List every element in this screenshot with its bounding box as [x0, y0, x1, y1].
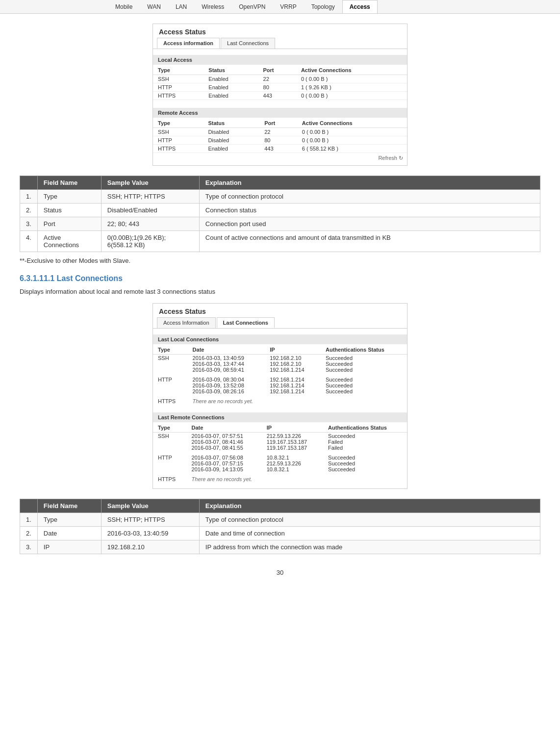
ll-status: SucceededSucceededSucceeded — [321, 376, 407, 395]
remote-access-label: Remote Access — [153, 108, 407, 118]
exp1-row-num: 3. — [20, 217, 38, 231]
lr-type: HTTPS — [153, 476, 187, 483]
main-content: Access Status Access information Last Co… — [0, 14, 560, 591]
exp1-row-num: 4. — [20, 231, 38, 252]
lr-date: 2016-03-07, 07:56:082016-03-07, 07:57:15… — [187, 454, 262, 473]
local-type: HTTPS — [153, 92, 204, 100]
exp2-row-num: 2. — [20, 527, 38, 540]
note-text: **-Exclusive to other Modes with Slave. — [20, 257, 540, 264]
tab-wireless[interactable]: Wireless — [194, 0, 231, 13]
tab-wan[interactable]: WAN — [140, 0, 168, 13]
ll-type: SSH — [153, 355, 188, 374]
exp1-header-field: Field Name — [37, 176, 101, 190]
refresh-bar: Refresh ↻ — [153, 153, 407, 163]
remote-port: 22 — [259, 128, 297, 136]
col-active-local: Active Connections — [296, 66, 407, 75]
exp1-sample: 22; 80; 443 — [101, 217, 199, 231]
exp2-header-explanation: Explanation — [199, 499, 540, 513]
exp1-header-sample: Sample Value — [101, 176, 199, 190]
remote-port: 443 — [259, 145, 297, 153]
remote-type: SSH — [153, 128, 203, 136]
exp1-field: ActiveConnections — [37, 231, 101, 252]
remote-active: 0 ( 0.00 B ) — [297, 128, 407, 136]
exp1-row-num: 1. — [20, 190, 38, 204]
tab-vrrp[interactable]: VRRP — [273, 0, 304, 13]
lc-auth-header: Authentications Status — [321, 345, 407, 355]
ll-type: HTTPS — [153, 398, 188, 405]
remote-access-row: HTTPS Enabled 443 6 ( 558.12 KB ) — [153, 145, 407, 153]
tab-openvpn[interactable]: OpenVPN — [231, 0, 273, 13]
exp2-row-num: 3. — [20, 540, 38, 554]
remote-type: HTTP — [153, 136, 203, 145]
local-access-row: SSH Enabled 22 0 ( 0.00 B ) — [153, 75, 407, 83]
tab-topology[interactable]: Topology — [304, 0, 342, 13]
lr-type: SSH — [153, 433, 187, 452]
local-active: 0 ( 0.00 B ) — [296, 92, 407, 100]
exp1-explanation: Connection port used — [199, 217, 540, 231]
exp1-sample: SSH; HTTP; HTTPS — [101, 190, 199, 204]
exp1-row: 3. Port 22; 80; 443 Connection port used — [20, 217, 540, 231]
tab-access[interactable]: Access — [342, 0, 378, 13]
exp2-sample: 2016-03-03, 13:40:59 — [101, 527, 199, 540]
exp1-field: Status — [37, 204, 101, 217]
exp1-sample: 0(0.00B);1(9.26 KB);6(558.12 KB) — [101, 231, 199, 252]
last-remote-row: SSH 2016-03-07, 07:57:512016-03-07, 08:4… — [153, 433, 407, 452]
bottom-table-wrap: Field Name Sample Value Explanation 1. T… — [20, 499, 540, 554]
col-status-remote: Status — [203, 119, 259, 128]
access-info-tab-2[interactable]: Access Information — [157, 317, 216, 328]
tab-mobile[interactable]: Mobile — [108, 0, 140, 13]
last-connections-tab-1[interactable]: Last Connections — [221, 38, 275, 49]
exp2-field: Date — [37, 527, 101, 540]
local-type: SSH — [153, 75, 204, 83]
last-remote-row: HTTP 2016-03-07, 07:56:082016-03-07, 07:… — [153, 454, 407, 473]
col-status-local: Status — [204, 66, 258, 75]
exp2-field: Type — [37, 513, 101, 527]
access-info-tab-1[interactable]: Access information — [157, 38, 220, 49]
exp2-header-sample: Sample Value — [101, 499, 199, 513]
col-active-remote: Active Connections — [297, 119, 407, 128]
col-type-remote: Type — [153, 119, 203, 128]
local-port: 443 — [258, 92, 296, 100]
last-connections-status-tabs: Access Information Last Connections — [153, 317, 407, 329]
exp1-header-explanation: Explanation — [199, 176, 540, 190]
remote-type: HTTPS — [153, 145, 203, 153]
exp1-row: 4. ActiveConnections 0(0.00B);1(9.26 KB)… — [20, 231, 540, 252]
last-connections-tab-2[interactable]: Last Connections — [217, 317, 275, 328]
last-remote-row: HTTPS There are no records yet. — [153, 476, 407, 483]
refresh-link[interactable]: Refresh ↻ — [378, 155, 403, 161]
exp1-row: 2. Status Disabled/Enabled Connection st… — [20, 204, 540, 217]
lr-ip-header: IP — [262, 423, 323, 433]
local-active: 1 ( 9.26 KB ) — [296, 83, 407, 92]
page-number: 30 — [20, 559, 540, 581]
exp2-explanation: Type of connection protocol — [199, 513, 540, 527]
exp1-row-num: 2. — [20, 204, 38, 217]
exp1-row: 1. Type SSH; HTTP; HTTPS Type of connect… — [20, 190, 540, 204]
exp2-explanation: IP address from which the connection was… — [199, 540, 540, 554]
lr-no-records: There are no records yet. — [187, 476, 407, 483]
last-connections-title: Access Status — [153, 304, 407, 317]
ll-ip: 192.168.2.10192.168.2.10192.168.1.214 — [265, 355, 321, 374]
exp1-explanation: Type of connection protocol — [199, 190, 540, 204]
lc-ip-header: IP — [265, 345, 321, 355]
remote-active: 0 ( 0.00 B ) — [297, 136, 407, 145]
exp1-header-num — [20, 176, 38, 190]
section-desc-last-connections: Displays information about local and rem… — [20, 288, 540, 295]
remote-active: 6 ( 558.12 KB ) — [297, 145, 407, 153]
local-access-row: HTTPS Enabled 443 0 ( 0.00 B ) — [153, 92, 407, 100]
last-local-row: HTTPS There are no records yet. — [153, 398, 407, 405]
local-port: 80 — [258, 83, 296, 92]
remote-status: Disabled — [203, 128, 259, 136]
lr-date-header: Date — [187, 423, 262, 433]
lr-type: HTTP — [153, 454, 187, 473]
exp1-explanation: Count of active connections and amount o… — [199, 231, 540, 252]
access-status-tabs-1: Access information Last Connections — [153, 38, 407, 49]
exp1-explanation: Connection status — [199, 204, 540, 217]
exp2-header-num — [20, 499, 38, 513]
ll-type: HTTP — [153, 376, 188, 395]
tab-lan[interactable]: LAN — [168, 0, 194, 13]
exp2-field: IP — [37, 540, 101, 554]
lr-status: SucceededFailedFailed — [323, 433, 407, 452]
col-type-local: Type — [153, 66, 204, 75]
exp2-header-field: Field Name — [37, 499, 101, 513]
remote-access-row: SSH Disabled 22 0 ( 0.00 B ) — [153, 128, 407, 136]
